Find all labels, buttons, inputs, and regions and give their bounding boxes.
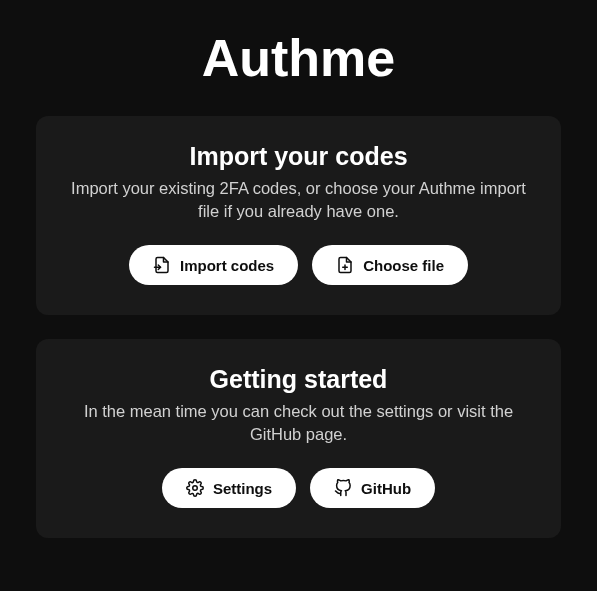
getting-started-description: In the mean time you can check out the s… <box>66 400 531 446</box>
github-label: GitHub <box>361 480 411 497</box>
gear-icon <box>186 479 204 497</box>
import-card: Import your codes Import your existing 2… <box>36 116 561 315</box>
settings-button[interactable]: Settings <box>162 468 296 508</box>
choose-file-label: Choose file <box>363 257 444 274</box>
github-button[interactable]: GitHub <box>310 468 435 508</box>
import-codes-label: Import codes <box>180 257 274 274</box>
getting-started-title: Getting started <box>66 365 531 394</box>
svg-point-2 <box>193 486 198 491</box>
getting-started-button-row: Settings GitHub <box>66 468 531 508</box>
getting-started-card: Getting started In the mean time you can… <box>36 339 561 538</box>
app-title: Authme <box>0 0 597 116</box>
settings-label: Settings <box>213 480 272 497</box>
import-card-description: Import your existing 2FA codes, or choos… <box>66 177 531 223</box>
choose-file-button[interactable]: Choose file <box>312 245 468 285</box>
import-codes-button[interactable]: Import codes <box>129 245 298 285</box>
file-import-icon <box>153 256 171 274</box>
import-card-title: Import your codes <box>66 142 531 171</box>
file-plus-icon <box>336 256 354 274</box>
github-icon <box>334 479 352 497</box>
import-button-row: Import codes Choose file <box>66 245 531 285</box>
